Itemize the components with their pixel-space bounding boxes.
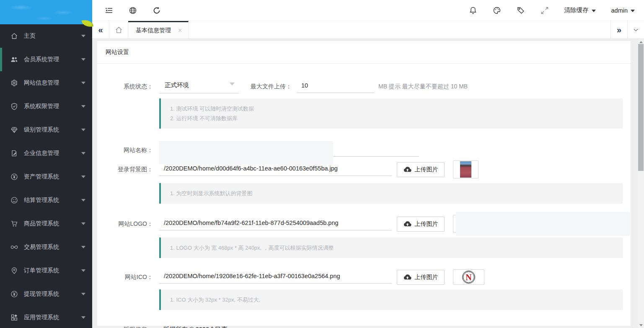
system-status-value: 正式环境 xyxy=(165,82,189,88)
chevron-down-icon xyxy=(81,82,85,84)
cloud-upload-icon xyxy=(403,166,411,173)
chevron-down-icon xyxy=(81,293,85,295)
ico-note-line: 1. ICO 大小为 32px * 32px, 不易过大, xyxy=(170,295,623,305)
scrollbar-thumb[interactable] xyxy=(638,44,644,171)
status-note-box: 1. 测试环境 可以随时清空测试数据 2. 运行环境 不可清除数据库 xyxy=(159,98,623,129)
sidebar-item-label: 结算管理系统 xyxy=(24,196,59,204)
ico-preview-image: N xyxy=(462,271,475,284)
login-bg-upload-button[interactable]: 上传图片 xyxy=(397,162,445,177)
logo-note-line: 1. LOGO 大小为 宽 468px * 高 240px, ，高度可以根据实际… xyxy=(170,243,623,253)
sidebar-item-settlement-management[interactable]: 结算管理系统 xyxy=(0,189,92,212)
infinity-icon xyxy=(10,243,18,251)
globe-icon[interactable] xyxy=(129,6,137,15)
user-menu-dropdown[interactable]: admin xyxy=(611,7,635,14)
sidebar-item-system-permission[interactable]: 系统权限管理 xyxy=(0,95,92,118)
sidebar-item-label: 订单管理系统 xyxy=(24,267,59,274)
page-title: 网站设置 xyxy=(106,49,129,56)
tab-label: 基本信息管理 xyxy=(136,27,171,34)
yen-circle-icon xyxy=(10,290,18,298)
max-upload-label: 最大文件上传： xyxy=(251,83,292,90)
notification-bell-icon[interactable] xyxy=(469,6,477,15)
status-note-line: 2. 运行环境 不可清除数据库 xyxy=(170,114,623,123)
login-bg-input[interactable] xyxy=(159,163,392,176)
chevron-down-icon xyxy=(81,105,85,108)
sidebar-item-label: 提现管理系统 xyxy=(24,290,59,298)
ico-row: 网站ICO： 上传图片 N xyxy=(97,269,631,285)
upload-button-label: 上传图片 xyxy=(415,274,438,281)
smiley-icon xyxy=(10,196,18,204)
sidebar-nav: 主页会员系统管理网站信息管理系统权限管理级别管理系统企业信息管理资产管理系统结算… xyxy=(0,24,92,328)
system-status-label: 系统状态： xyxy=(97,83,153,90)
login-bg-preview-image xyxy=(460,161,471,178)
chevron-down-icon xyxy=(81,129,85,131)
apps-icon xyxy=(10,314,18,321)
ico-thumbnail[interactable]: N xyxy=(453,269,484,285)
sidebar-item-site-info[interactable]: 网站信息管理 xyxy=(0,71,92,95)
sidebar-item-order-management[interactable]: 订单管理系统 xyxy=(0,259,92,282)
login-bg-thumbnail[interactable] xyxy=(453,160,478,178)
card-header: 网站设置 xyxy=(97,41,631,64)
ico-input[interactable] xyxy=(159,271,392,284)
tag-icon[interactable] xyxy=(517,6,525,15)
login-bg-label: 登录背景图： xyxy=(97,166,153,173)
scroll-down-arrow[interactable] xyxy=(638,322,644,328)
sidebar-item-label: 资产管理系统 xyxy=(24,173,59,181)
tabs-scroll-left-button[interactable]: « xyxy=(92,21,109,39)
collapse-menu-icon[interactable] xyxy=(105,6,113,15)
logo-upload-button[interactable]: 上传图片 xyxy=(397,217,445,232)
ico-upload-button[interactable]: 上传图片 xyxy=(397,270,445,285)
sidebar-item-label: 应用管理系统 xyxy=(24,314,59,321)
clear-cache-dropdown[interactable]: 清除缓存 xyxy=(564,6,596,14)
theme-palette-icon[interactable] xyxy=(493,6,501,15)
login-bg-note-box: 1. 为空时则显示系统默认的背景图 xyxy=(159,183,623,204)
sidebar-item-label: 交易管理系统 xyxy=(24,243,59,251)
app-logo xyxy=(0,0,92,24)
sidebar-item-goods-management[interactable]: 商品管理系统 xyxy=(0,212,92,235)
diamond-icon xyxy=(10,126,18,134)
shield-check-icon xyxy=(10,103,18,110)
fullscreen-icon[interactable] xyxy=(541,6,549,15)
location-pin-icon xyxy=(10,267,18,274)
system-status-select[interactable]: 正式环境 xyxy=(159,80,239,93)
redacted-area xyxy=(456,212,630,236)
clear-cache-label: 清除缓存 xyxy=(564,6,589,14)
settings-form: 系统状态： 正式环境 最大文件上传： MB 提示 最大尽量不要超过 10 MB … xyxy=(97,64,631,328)
sidebar-item-enterprise-info[interactable]: 企业信息管理 xyxy=(0,142,92,165)
sidebar-item-withdrawal-management[interactable]: 提现管理系统 xyxy=(0,282,92,306)
cart-icon xyxy=(10,220,18,227)
refresh-icon[interactable] xyxy=(153,6,161,15)
yen-circle-icon xyxy=(10,173,18,181)
sidebar-item-trade-management[interactable]: 交易管理系统 xyxy=(0,235,92,259)
max-upload-input[interactable] xyxy=(297,80,374,93)
sidebar-item-app-management[interactable]: 应用管理系统 xyxy=(0,306,92,328)
status-note-line: 1. 测试环境 可以随时清空测试数据 xyxy=(170,104,623,114)
tabs-scroll-right-button[interactable]: » xyxy=(610,21,627,39)
sidebar-item-asset-management[interactable]: 资产管理系统 xyxy=(0,165,92,189)
ico-note-box: 1. ICO 大小为 32px * 32px, 不易过大, xyxy=(159,289,623,310)
cloud-upload-icon xyxy=(403,274,411,280)
home-icon xyxy=(115,26,123,34)
logo-row: 网站LOGO： 上传图片 xyxy=(97,215,631,233)
content-area: 网站设置 系统状态： 正式环境 最大文件上传： MB 提示 最大尽量不要超过 1… xyxy=(92,39,638,328)
sidebar-item-home[interactable]: 主页 xyxy=(0,24,92,48)
upload-button-label: 上传图片 xyxy=(415,220,438,228)
logo-input[interactable] xyxy=(159,218,392,230)
cloud-upload-icon xyxy=(403,221,411,227)
copyright-value[interactable]: 版權所有 © 2020全民惠 xyxy=(163,325,228,328)
sidebar-item-label: 会员系统管理 xyxy=(24,56,59,63)
chevron-down-icon xyxy=(81,316,85,319)
vertical-scrollbar xyxy=(638,39,644,328)
sidebar-item-label: 主页 xyxy=(24,32,36,40)
copyright-label: 版权信息： xyxy=(97,326,153,328)
tab-home[interactable] xyxy=(109,21,128,39)
max-upload-hint: MB 提示 最大尽量不要超过 10 MB xyxy=(378,83,468,90)
ico-label: 网站ICO： xyxy=(97,274,153,281)
sidebar-item-level-management[interactable]: 级别管理系统 xyxy=(0,118,92,142)
chevron-down-icon xyxy=(631,10,635,12)
sidebar-item-member-system[interactable]: 会员系统管理 xyxy=(0,48,92,71)
sidebar: 主页会员系统管理网站信息管理系统权限管理级别管理系统企业信息管理资产管理系统结算… xyxy=(0,0,92,328)
tabs-menu-button[interactable] xyxy=(627,21,644,39)
logo-note-box: 1. LOGO 大小为 宽 468px * 高 240px, ，高度可以根据实际… xyxy=(159,238,623,258)
close-tab-icon[interactable]: × xyxy=(178,27,182,34)
tab-basic-info[interactable]: 基本信息管理 × xyxy=(128,21,189,39)
